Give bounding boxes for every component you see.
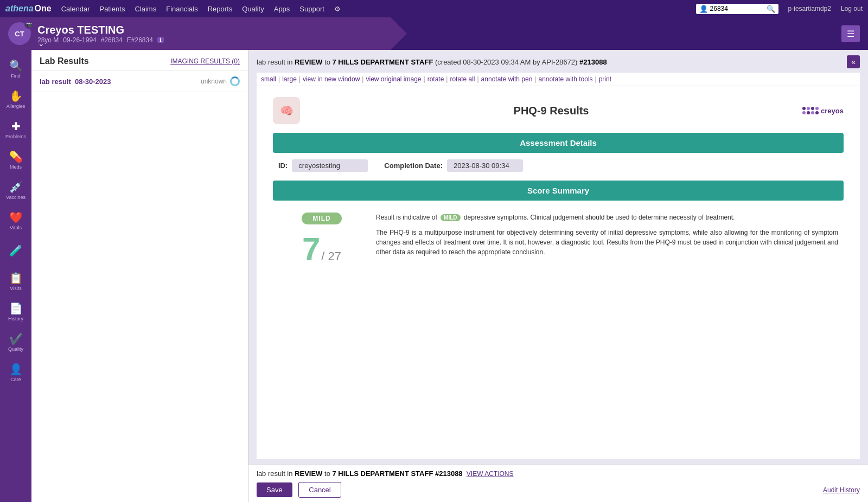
user-info: p-iesartiamdp2 <box>788 5 831 12</box>
score-denominator: / 27 <box>321 249 341 263</box>
mild-badge: MILD <box>302 213 341 224</box>
sidebar-label-vaccines: Vaccines <box>6 195 25 200</box>
score-denom-text: / 27 <box>321 249 341 263</box>
completion-label: Completion Date: <box>384 162 443 170</box>
avatar-initials: CT <box>15 30 24 38</box>
info-badge[interactable]: ℹ <box>157 37 164 43</box>
toolbar-view-new-window[interactable]: view in new window <box>303 75 360 83</box>
logout-button[interactable]: Log out <box>841 5 863 12</box>
sidebar-label-vitals: Vitals <box>10 225 22 230</box>
toolbar-view-original[interactable]: view original image <box>366 75 421 83</box>
lab-icon: 🧪 <box>9 244 23 257</box>
search-icon[interactable]: 🔍 <box>767 5 775 13</box>
search-input[interactable] <box>710 5 764 12</box>
toolbar-annotate-tools[interactable]: annotate with tools <box>538 75 592 83</box>
separator-5: | <box>446 75 448 83</box>
nav-patients[interactable]: Patients <box>99 5 125 13</box>
vitals-icon: ❤️ <box>9 211 23 224</box>
nav-support[interactable]: Support <box>299 5 324 13</box>
sidebar-label-problems: Problems <box>5 134 26 139</box>
loading-spinner <box>230 76 240 86</box>
lab-item-name-bold: lab result <box>40 78 71 86</box>
chevron-down-icon[interactable]: ⌄ <box>38 39 44 48</box>
action-btns-left: Save Cancel <box>257 482 341 498</box>
brain-logo: 🧠 <box>273 97 300 124</box>
toolbar-print[interactable]: print <box>599 75 611 83</box>
cancel-button[interactable]: Cancel <box>298 482 341 498</box>
result-status: REVIEW <box>295 58 322 66</box>
top-navigation: athenaOne Calendar Patients Claims Finan… <box>0 0 868 17</box>
lab-item-date: 08-30-2023 <box>75 78 111 86</box>
nav-apps[interactable]: Apps <box>274 5 290 13</box>
nav-claims[interactable]: Claims <box>135 5 156 13</box>
problems-icon: ✚ <box>11 120 21 133</box>
detail-completion: Completion Date: 2023-08-30 09:34 <box>384 159 523 172</box>
result-title-bar: lab result in REVIEW to 7 HILLS DEPARTME… <box>257 55 860 68</box>
dot2 <box>807 107 810 110</box>
result-created-date: 08-30-2023 09:34 AM <box>463 58 531 66</box>
score-right: Result is indicative of MILD depressive … <box>376 213 838 262</box>
sidebar-item-history[interactable]: 📄 History <box>1 297 30 326</box>
settings-icon[interactable]: ⚙ <box>334 5 341 13</box>
patient-header: 📷 CT Creyos TESTING 28yo M 09-26-1994 #2… <box>0 17 868 50</box>
search-box[interactable]: 👤 🔍 <box>696 4 778 14</box>
result-created-prefix: (created <box>435 58 461 66</box>
sidebar-item-meds[interactable]: 💊 Meds <box>1 145 30 175</box>
action-buttons: Save Cancel Audit History <box>257 482 860 498</box>
nav-financials[interactable]: Financials <box>166 5 198 13</box>
visits-icon: 📋 <box>9 272 23 285</box>
sidebar-label-history: History <box>8 316 23 321</box>
sidebar-item-vaccines[interactable]: 💉 Vaccines <box>1 176 30 205</box>
sidebar-item-problems[interactable]: ✚ Problems <box>1 115 30 144</box>
toolbar-rotate-all[interactable]: rotate all <box>450 75 475 83</box>
brand-athena: athena <box>5 4 34 14</box>
result-id: #213088 <box>579 58 607 66</box>
image-toolbar: small | large | view in new window | vie… <box>257 73 860 86</box>
dot3 <box>811 107 814 110</box>
brand-logo[interactable]: athenaOne <box>5 4 52 14</box>
document-viewer: small | large | view in new window | vie… <box>257 73 860 459</box>
sidebar-item-allergies[interactable]: ✋ Allergies <box>1 85 30 114</box>
action-department: 7 HILLS DEPARTMENT STAFF <box>333 469 433 478</box>
dot1 <box>802 107 806 110</box>
separator-7: | <box>534 75 536 83</box>
audit-history-link[interactable]: Audit History <box>823 486 860 494</box>
avatar[interactable]: 📷 CT <box>8 22 31 45</box>
allergies-icon: ✋ <box>9 89 23 102</box>
patient-encounter: E#26834 <box>127 36 153 44</box>
action-bar-title: lab result in REVIEW to 7 HILLS DEPARTME… <box>257 469 860 478</box>
sidebar-item-care[interactable]: 👤 Care <box>1 358 30 387</box>
result-title-text: lab result in REVIEW to 7 HILLS DEPARTME… <box>257 58 607 66</box>
action-bar: lab result in REVIEW to 7 HILLS DEPARTME… <box>248 465 868 502</box>
score-number: 7 <box>302 233 320 266</box>
sidebar-label-find: Find <box>11 73 21 79</box>
toolbar-annotate-pen[interactable]: annotate with pen <box>481 75 533 83</box>
toolbar-rotate[interactable]: rotate <box>427 75 444 83</box>
save-button[interactable]: Save <box>257 482 292 497</box>
toolbar-small[interactable]: small <box>261 75 276 83</box>
sidebar-label-visits: Visits <box>10 286 21 291</box>
view-actions-link[interactable]: VIEW ACTIONS <box>467 470 514 478</box>
meds-icon: 💊 <box>9 150 23 163</box>
nav-quality[interactable]: Quality <box>242 5 264 13</box>
sidebar-label-allergies: Allergies <box>7 104 25 109</box>
find-icon: 🔍 <box>9 59 23 72</box>
score-display: 7 / 27 <box>302 233 341 266</box>
collapse-button[interactable]: « <box>847 55 860 68</box>
sidebar-item-visits[interactable]: 📋 Visits <box>1 267 30 296</box>
toolbar-large[interactable]: large <box>282 75 297 83</box>
sidebar-item-find[interactable]: 🔍 Find <box>1 54 30 83</box>
sidebar-item-quality[interactable]: ✔️ Quality <box>1 327 30 357</box>
lab-item[interactable]: lab result 08-30-2023 unknown <box>31 71 248 92</box>
brand-one: One <box>35 4 52 14</box>
sidebar-label-meds: Meds <box>10 164 22 170</box>
assessment-detail-grid: ID: creyostesting Completion Date: 2023-… <box>273 159 844 172</box>
sidebar-item-lab[interactable]: 🧪 <box>1 236 30 266</box>
nav-reports[interactable]: Reports <box>208 5 233 13</box>
sidebar-item-vitals[interactable]: ❤️ Vitals <box>1 206 30 235</box>
care-icon: 👤 <box>9 363 23 376</box>
nav-calendar[interactable]: Calendar <box>61 5 90 13</box>
separator-1: | <box>278 75 280 83</box>
imaging-results-link[interactable]: IMAGING RESULTS (0) <box>170 57 240 65</box>
camera-icon[interactable]: 📷 <box>24 20 33 29</box>
